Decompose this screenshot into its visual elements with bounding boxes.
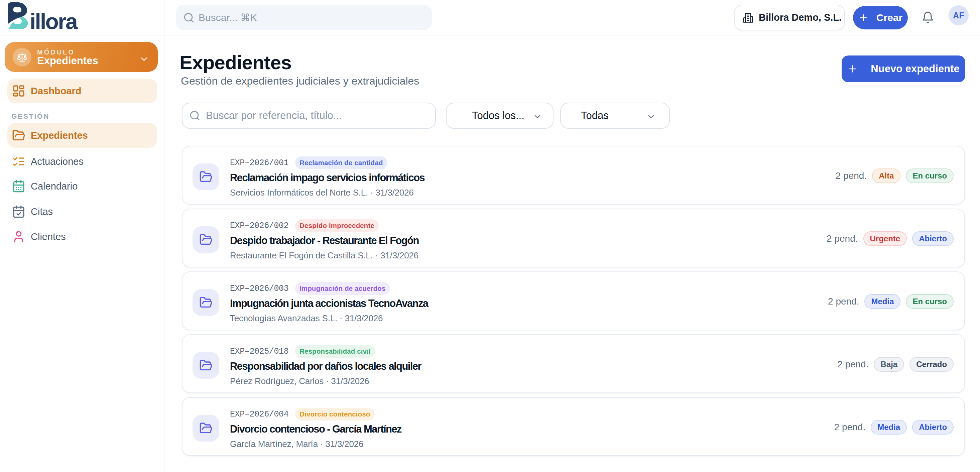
svg-text:illora: illora: [30, 9, 78, 30]
